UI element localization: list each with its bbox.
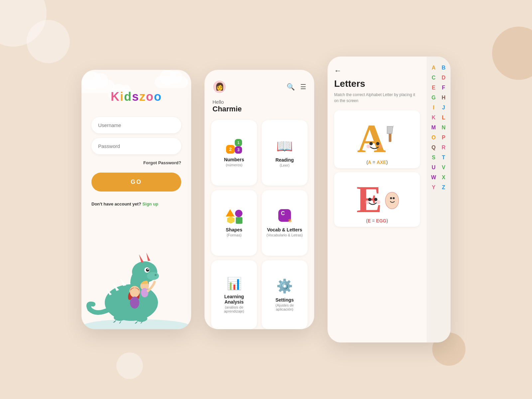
logo-letter-i: i [120, 90, 124, 103]
sidebar-letter-o[interactable]: O [429, 133, 438, 142]
settings-icon: ⚙️ [276, 278, 293, 294]
letter-a-label: (A = AXE) [366, 160, 388, 165]
letter-a-card[interactable]: A (A [334, 110, 420, 168]
avatar[interactable]: 👩 [212, 80, 226, 94]
vocab-icon: C B [276, 209, 293, 224]
svg-point-34 [393, 197, 395, 199]
menu-grid: 1 2 3 Numbers (números) 📖 Reading (Leer) [204, 120, 314, 329]
menu-card-analysis[interactable]: 📊 Learning Analysis (análisis de aprendi… [211, 260, 257, 329]
sidebar-letter-v[interactable]: V [439, 163, 448, 172]
sidebar-letter-a[interactable]: A [429, 63, 438, 72]
go-button[interactable]: GO [91, 173, 181, 192]
reading-icon: 📖 [276, 138, 293, 154]
logo-letter-s: s [132, 90, 139, 103]
sidebar-letter-f[interactable]: F [439, 83, 448, 92]
sidebar-letter-z[interactable]: Z [439, 183, 448, 192]
password-input[interactable] [91, 138, 181, 154]
sidebar-letter-y[interactable]: Y [429, 183, 438, 192]
letters-description: Match the correct Alphabet Letter by pla… [334, 92, 420, 104]
sidebar-row-ab: A B [429, 63, 448, 72]
logo-letter-o1: o [146, 90, 154, 103]
settings-subtitle: (Ajustes de aplicación) [266, 303, 303, 311]
letter-e-label: (E = EGG) [366, 218, 388, 223]
sidebar-letter-t[interactable]: T [439, 153, 448, 162]
menu-icon[interactable]: ☰ [300, 83, 306, 91]
letter-e-card[interactable]: E [334, 172, 420, 227]
sidebar-letter-r[interactable]: R [439, 143, 448, 152]
svg-point-8 [155, 274, 157, 276]
sidebar-letter-h[interactable]: H [439, 93, 448, 102]
numbers-title: Numbers [224, 157, 244, 162]
sidebar-letter-c[interactable]: C [429, 73, 438, 82]
svg-text:A: A [357, 116, 386, 157]
svg-point-33 [390, 197, 392, 199]
login-form: Forgot Password? GO Don't have account y… [91, 117, 181, 206]
letters-screen: ← Letters Match the correct Alphabet Let… [328, 57, 451, 342]
sidebar-letter-w[interactable]: W [429, 173, 438, 182]
menu-card-shapes[interactable]: Shapes (Formas) [211, 190, 257, 256]
sidebar-row-uv: U V [429, 163, 448, 172]
letters-main: ← Letters Match the correct Alphabet Let… [328, 57, 427, 342]
signup-link[interactable]: Sign up [142, 201, 158, 206]
logo-letter-o2: o [154, 90, 162, 103]
sidebar-row-ij: I J [429, 103, 448, 112]
sidebar-letter-k[interactable]: K [429, 113, 438, 122]
svg-point-28 [368, 198, 371, 201]
numbers-subtitle: (números) [226, 163, 242, 167]
svg-point-25 [378, 144, 382, 148]
sidebar-letter-l[interactable]: L [439, 113, 448, 122]
svg-marker-11 [120, 279, 126, 286]
sidebar-letter-e[interactable]: E [429, 83, 438, 92]
svg-point-14 [114, 314, 126, 321]
search-icon[interactable]: 🔍 [287, 83, 295, 91]
reading-title: Reading [275, 157, 294, 163]
svg-point-20 [141, 288, 148, 297]
vocab-subtitle: (Vocabulario & Letras) [267, 233, 303, 237]
sidebar-letter-i[interactable]: I [429, 103, 438, 112]
sidebar-row-op: O P [429, 133, 448, 142]
letter-a-svg: A [354, 114, 400, 157]
svg-text:E: E [356, 178, 382, 215]
sidebar-letter-d[interactable]: D [439, 73, 448, 82]
sidebar-letter-j[interactable]: J [439, 103, 448, 112]
sidebar-row-yz: Y Z [429, 183, 448, 192]
vocab-title: Vocab & Letters [267, 227, 302, 232]
sidebar-letter-u[interactable]: U [429, 163, 438, 172]
sidebar-letter-s[interactable]: S [429, 153, 438, 162]
svg-point-22 [369, 142, 373, 145]
username-input[interactable] [91, 117, 181, 133]
bg-decoration-2 [27, 20, 70, 63]
back-button[interactable]: ← [334, 66, 420, 75]
avatar-image: 👩 [215, 82, 224, 91]
logo-letter-d: d [124, 90, 132, 103]
letter-e-container: E [354, 176, 400, 217]
home-header: 👩 🔍 ☰ [204, 70, 314, 99]
sidebar-row-cd: C D [429, 73, 448, 82]
letter-a-container: A [354, 114, 400, 158]
logo-letter-z: z [139, 90, 146, 103]
screens-container: Kidszoo Forgot Password? GO Don't have a… [81, 57, 451, 342]
sidebar-row-kl: K L [429, 113, 448, 122]
sidebar-letter-m[interactable]: M [429, 123, 438, 132]
svg-point-24 [366, 144, 370, 148]
svg-point-29 [374, 198, 377, 201]
numbers-icon: 1 2 3 [226, 139, 242, 154]
svg-point-31 [376, 200, 380, 204]
sidebar-letter-b[interactable]: B [439, 63, 448, 72]
svg-point-18 [130, 297, 139, 309]
sidebar-letter-q[interactable]: Q [429, 143, 438, 152]
login-screen: Kidszoo Forgot Password? GO Don't have a… [81, 70, 191, 329]
menu-card-vocab[interactable]: C B Vocab & Letters (Vocabulario & Letra… [262, 190, 308, 256]
sidebar-letter-g[interactable]: G [429, 93, 438, 102]
forgot-password-link[interactable]: Forgot Password? [91, 160, 181, 165]
menu-card-reading[interactable]: 📖 Reading (Leer) [262, 120, 308, 186]
shapes-subtitle: (Formas) [227, 233, 242, 237]
menu-card-numbers[interactable]: 1 2 3 Numbers (números) [211, 120, 257, 186]
menu-card-settings[interactable]: ⚙️ Settings (Ajustes de aplicación) [262, 260, 308, 329]
sidebar-letter-n[interactable]: N [439, 123, 448, 132]
sidebar-letter-p[interactable]: P [439, 133, 448, 142]
app-logo: Kidszoo [111, 90, 162, 104]
svg-point-15 [135, 315, 147, 322]
sidebar-row-ef: E F [429, 83, 448, 92]
sidebar-letter-x[interactable]: X [439, 173, 448, 182]
